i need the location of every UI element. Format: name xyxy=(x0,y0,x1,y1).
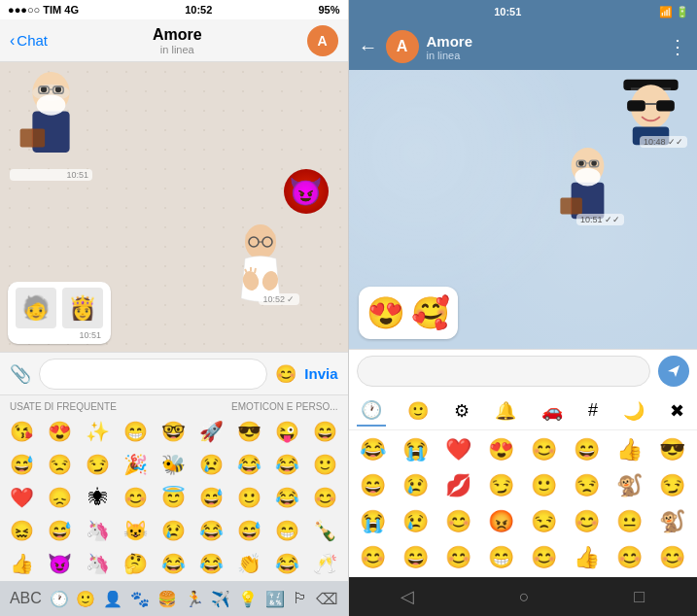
emoji-item[interactable]: 😍 xyxy=(42,416,78,447)
wa-emoji-icon[interactable]: 😊 xyxy=(275,363,296,385)
emoji-item[interactable]: 😞 xyxy=(42,482,78,513)
emoji-item[interactable]: 🥂 xyxy=(307,548,343,579)
emoji-item[interactable]: 🙂 xyxy=(307,449,343,480)
tg-emoji-item[interactable]: 🙂 xyxy=(523,468,565,503)
tg-more-button[interactable]: ⋮ xyxy=(668,35,687,58)
tg-tab-delete[interactable]: ✖ xyxy=(666,396,688,426)
tg-emoji-item[interactable]: 🐒 xyxy=(651,504,693,539)
emoji-item[interactable]: ✨ xyxy=(80,416,116,447)
wa-back-label[interactable]: Chat xyxy=(17,32,48,49)
tg-emoji-item[interactable]: 👍 xyxy=(609,432,650,467)
wa-message-input[interactable] xyxy=(39,359,267,390)
tg-emoji-item[interactable]: 😊 xyxy=(566,504,608,539)
tg-tab-settings[interactable]: ⚙ xyxy=(450,396,473,426)
emoji-item[interactable]: 😏 xyxy=(80,449,116,480)
tg-tab-moon[interactable]: 🌙 xyxy=(619,396,648,426)
emoji-item[interactable]: 😂 xyxy=(193,515,229,546)
emoji-item[interactable]: 😒 xyxy=(42,449,78,480)
emoji-item[interactable]: 🦄 xyxy=(80,548,116,579)
tg-emoji-item[interactable]: 😏 xyxy=(651,468,693,503)
emoji-item[interactable]: 😂 xyxy=(193,548,229,579)
wa-tab-animal[interactable]: 🐾 xyxy=(130,590,150,608)
emoji-item[interactable]: 😅 xyxy=(231,515,267,546)
wa-send-button[interactable]: Invia xyxy=(304,365,337,382)
tg-emoji-item[interactable]: 😒 xyxy=(523,504,565,539)
emoji-item[interactable]: 😁 xyxy=(118,416,154,447)
tg-emoji-item[interactable]: 👍 xyxy=(566,540,608,575)
tg-emoji-item[interactable]: 🐒 xyxy=(609,468,650,503)
tg-nav-back[interactable]: ◁ xyxy=(401,586,414,607)
emoji-item[interactable]: 👏 xyxy=(231,548,267,579)
wa-back-button[interactable]: ‹ Chat xyxy=(10,32,48,50)
tg-emoji-item[interactable]: 😊 xyxy=(523,432,565,467)
tg-emoji-item[interactable]: 😏 xyxy=(480,468,522,503)
tg-emoji-item[interactable]: 😊 xyxy=(437,540,479,575)
tg-emoji-item[interactable]: ❤️ xyxy=(437,432,479,467)
tg-emoji-item[interactable]: 😂 xyxy=(353,432,395,467)
tg-emoji-item[interactable]: 😭 xyxy=(395,432,436,467)
emoji-item[interactable]: 😂 xyxy=(269,449,305,480)
emoji-item[interactable]: 😢 xyxy=(193,449,229,480)
wa-tab-objects[interactable]: 💡 xyxy=(238,590,258,608)
emoji-item[interactable]: 😅 xyxy=(193,482,229,513)
emoji-item[interactable]: 😢 xyxy=(156,515,192,546)
tg-message-input[interactable] xyxy=(357,356,651,387)
emoji-item[interactable]: ❤️ xyxy=(4,482,40,513)
emoji-item[interactable]: 🤓 xyxy=(156,416,192,447)
wa-tab-person[interactable]: 👤 xyxy=(103,590,122,608)
tg-emoji-item[interactable]: 😄 xyxy=(566,432,608,467)
tg-emoji-item[interactable]: 😊 xyxy=(353,540,395,575)
emoji-item[interactable]: 😂 xyxy=(269,482,305,513)
emoji-item[interactable]: 🎉 xyxy=(118,449,154,480)
emoji-item[interactable]: 😂 xyxy=(156,548,192,579)
tg-emoji-item[interactable]: 😒 xyxy=(566,468,608,503)
emoji-item[interactable]: 😂 xyxy=(269,548,305,579)
tg-emoji-item[interactable]: 😐 xyxy=(609,504,650,539)
tg-emoji-item[interactable]: 😊 xyxy=(523,540,565,575)
emoji-item[interactable]: 😖 xyxy=(4,515,40,546)
tg-nav-recent[interactable]: □ xyxy=(634,587,645,607)
tg-emoji-item[interactable]: 😊 xyxy=(651,540,693,575)
tg-tab-travel[interactable]: 🚗 xyxy=(538,396,567,426)
emoji-item[interactable]: 🚀 xyxy=(193,416,229,447)
tg-tab-alerts[interactable]: 🔔 xyxy=(491,396,520,426)
wa-tab-abc[interactable]: ABC xyxy=(10,590,42,607)
emoji-item[interactable]: 😅 xyxy=(4,449,40,480)
tg-tab-smiley[interactable]: 🙂 xyxy=(403,396,433,426)
wa-tab-smiley[interactable]: 🙂 xyxy=(76,590,95,608)
wa-tab-travel[interactable]: ✈️ xyxy=(211,590,230,608)
tg-emoji-item[interactable]: 😄 xyxy=(353,468,395,503)
wa-tab-food[interactable]: 🍔 xyxy=(157,590,177,608)
emoji-item[interactable]: 🙂 xyxy=(231,482,267,513)
emoji-item[interactable]: 😅 xyxy=(42,515,78,546)
emoji-item[interactable]: 🕷 xyxy=(80,482,116,513)
wa-tab-emoji[interactable]: 🕐 xyxy=(50,590,69,608)
tg-send-button[interactable] xyxy=(658,356,689,387)
emoji-item[interactable]: 🍾 xyxy=(307,515,343,546)
tg-emoji-item[interactable]: 😢 xyxy=(395,468,436,503)
tg-emoji-item[interactable]: 😊 xyxy=(609,540,650,575)
emoji-item[interactable]: 😂 xyxy=(231,449,267,480)
emoji-item[interactable]: 😇 xyxy=(156,482,192,513)
tg-emoji-item[interactable]: 😊 xyxy=(437,504,479,539)
emoji-item[interactable]: 😘 xyxy=(4,416,40,447)
emoji-item[interactable]: 😎 xyxy=(231,416,267,447)
tg-emoji-item[interactable]: 😄 xyxy=(395,540,436,575)
emoji-item[interactable]: 😜 xyxy=(269,416,305,447)
tg-back-button[interactable]: ← xyxy=(359,36,378,58)
tg-emoji-item[interactable]: 😭 xyxy=(353,504,395,539)
emoji-item[interactable]: 🦄 xyxy=(80,515,116,546)
emoji-item[interactable]: 😊 xyxy=(307,482,343,513)
tg-tab-recent[interactable]: 🕐 xyxy=(357,395,386,427)
tg-emoji-item[interactable]: 😎 xyxy=(651,432,693,467)
emoji-item[interactable]: 🐝 xyxy=(156,449,192,480)
emoji-item[interactable]: 👍 xyxy=(4,548,40,579)
tg-emoji-item[interactable]: 😢 xyxy=(395,504,436,539)
tg-tab-symbols[interactable]: # xyxy=(584,396,602,425)
wa-tab-activity[interactable]: 🏃 xyxy=(185,590,204,608)
wa-tab-delete[interactable]: ⌫ xyxy=(316,590,338,608)
tg-nav-home[interactable]: ○ xyxy=(519,587,530,607)
emoji-item[interactable]: 😄 xyxy=(307,416,343,447)
emoji-item[interactable]: 😁 xyxy=(269,515,305,546)
emoji-item[interactable]: 😊 xyxy=(118,482,154,513)
